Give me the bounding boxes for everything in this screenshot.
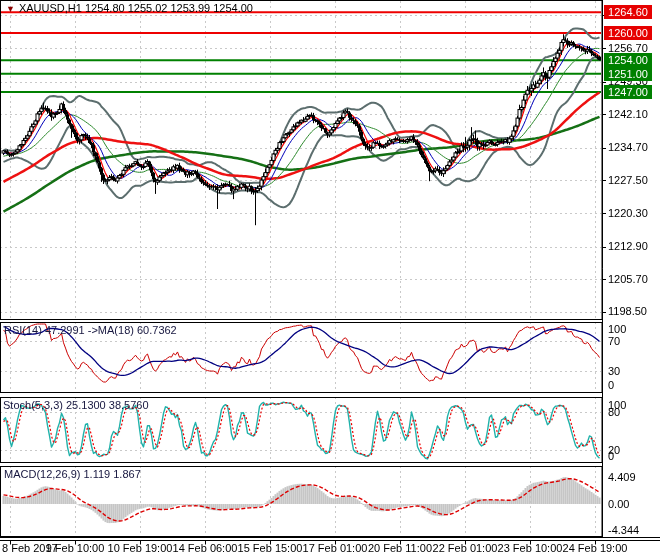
time-axis-label: 24 Feb 19:00 bbox=[563, 542, 628, 554]
quote-open: 1254.80 bbox=[85, 2, 125, 14]
stoch-level-label: 80 bbox=[608, 406, 620, 419]
price-axis-badge: 1247.00 bbox=[604, 85, 652, 99]
macd-axis-zero: 0.00 bbox=[608, 498, 629, 511]
stoch-panel-label: Stoch(5,3,3) 25.1300 38.5760 bbox=[3, 399, 149, 411]
time-axis-label: 15 Feb 15:00 bbox=[238, 542, 303, 554]
quote-low: 1253.99 bbox=[170, 2, 210, 14]
time-axis-label: 10 Feb 19:00 bbox=[108, 542, 173, 554]
rsi-level-label: 0 bbox=[608, 379, 614, 392]
quote-close: 1254.00 bbox=[213, 2, 253, 14]
time-axis-label: 17 Feb 01:00 bbox=[303, 542, 368, 554]
price-axis-label: 1220.30 bbox=[608, 207, 648, 220]
price-axis-label: 1234.70 bbox=[608, 141, 648, 154]
symbol-dropdown-icon[interactable]: ▼ bbox=[6, 4, 15, 14]
symbol-label: XAUUSD,H1 bbox=[19, 2, 82, 14]
stoch-level-label: 0 bbox=[608, 450, 614, 463]
time-axis-label: 9 Feb 10:00 bbox=[46, 542, 105, 554]
price-axis-badge: 1264.60 bbox=[604, 5, 652, 19]
macd-panel-label: MACD(12,26,9) 1.119 1.867 bbox=[4, 468, 141, 480]
price-axis-label: 1227.50 bbox=[608, 174, 648, 187]
price-axis-badge: 1254.00 bbox=[604, 53, 652, 67]
price-axis-badge: 1260.00 bbox=[604, 26, 652, 40]
price-axis-label: 1212.90 bbox=[608, 240, 648, 253]
rsi-level-label: 30 bbox=[608, 365, 620, 378]
price-axis-label: 1205.70 bbox=[608, 273, 648, 286]
time-axis-label: 22 Feb 01:00 bbox=[433, 542, 498, 554]
time-axis-label: 14 Feb 06:00 bbox=[173, 542, 238, 554]
time-axis-label: 23 Feb 10:00 bbox=[498, 542, 563, 554]
quote-high: 1255.02 bbox=[128, 2, 168, 14]
macd-axis-min: -4.344 bbox=[608, 524, 639, 537]
price-axis-label: 1242.10 bbox=[608, 108, 648, 121]
macd-axis-max: 4.409 bbox=[608, 471, 636, 484]
time-axis-label: 20 Feb 11:00 bbox=[368, 542, 432, 554]
chart-window: ▼XAUUSD,H11254.801255.021253.991254.00 R… bbox=[0, 0, 660, 560]
rsi-panel-label: RSI(14) 47.2991 ->MA(18) 60.7362 bbox=[4, 324, 177, 336]
chart-header: ▼XAUUSD,H11254.801255.021253.991254.00 bbox=[6, 2, 256, 14]
price-axis-label: 1198.50 bbox=[608, 305, 647, 318]
price-axis-badge: 1251.00 bbox=[604, 67, 652, 81]
rsi-level-label: 70 bbox=[608, 335, 620, 348]
